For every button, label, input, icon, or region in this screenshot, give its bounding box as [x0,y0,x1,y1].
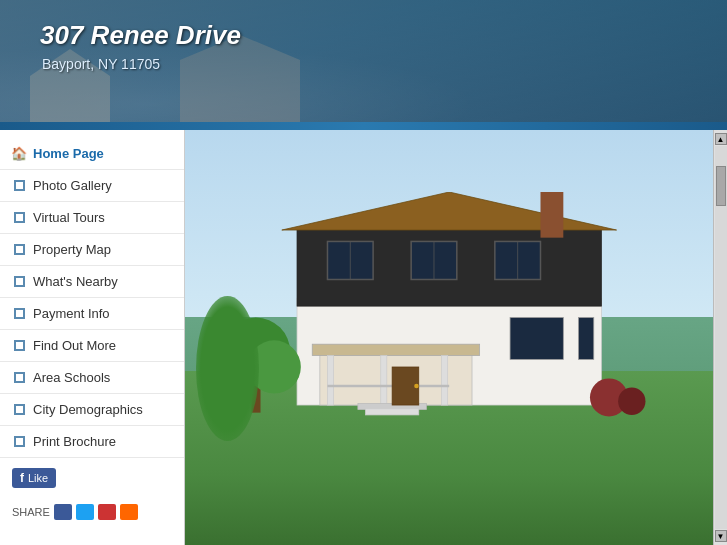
svg-rect-15 [381,356,387,405]
sidebar-item-area-schools[interactable]: Area Schools [0,362,184,394]
square-icon-photo [12,179,26,193]
sidebar-label-virtual-tours: Virtual Tours [33,210,105,225]
scroll-up-button[interactable]: ▲ [715,133,727,145]
scroll-track[interactable] [715,146,727,529]
square-icon-payment [12,307,26,321]
sidebar: 🏠 Home Page Photo Gallery Virtual Tours … [0,130,185,545]
svg-marker-2 [282,192,617,230]
svg-rect-14 [327,356,333,405]
svg-rect-13 [312,344,479,355]
sidebar-item-property-map[interactable]: Property Map [0,234,184,266]
house-svg [238,192,660,420]
sidebar-item-print-brochure[interactable]: Print Brochure [0,426,184,458]
property-image [185,130,713,545]
sidebar-label-property-map: Property Map [33,242,111,257]
svg-rect-10 [510,318,563,360]
svg-rect-18 [365,409,418,415]
twitter-share-icon[interactable] [76,504,94,520]
svg-point-24 [618,388,645,415]
svg-rect-11 [578,318,593,360]
facebook-f-icon: f [20,471,24,485]
social-share-area: SHARE [0,498,184,526]
square-icon-demographics [12,403,26,417]
svg-rect-16 [441,356,447,405]
square-icon-tours [12,211,26,225]
square-icon-brochure [12,435,26,449]
sidebar-label-payment-info: Payment Info [33,306,110,321]
content-area [185,130,713,545]
sidebar-item-photo-gallery[interactable]: Photo Gallery [0,170,184,202]
sidebar-item-home-page[interactable]: 🏠 Home Page [0,138,184,170]
sidebar-label-print-brochure: Print Brochure [33,434,116,449]
property-title: 307 Renee Drive [40,20,241,51]
sidebar-item-city-demographics[interactable]: City Demographics [0,394,184,426]
square-icon-nearby [12,275,26,289]
sidebar-label-photo-gallery: Photo Gallery [33,178,112,193]
hero-bar [0,122,727,130]
foliage-overlay [196,296,259,441]
sidebar-item-find-out-more[interactable]: Find Out More [0,330,184,362]
square-icon-map [12,243,26,257]
svg-rect-3 [540,192,563,238]
square-icon-more [12,339,26,353]
scroll-down-button[interactable]: ▼ [715,530,727,542]
sidebar-label-whats-nearby: What's Nearby [33,274,118,289]
social-like-area: f Like [0,458,184,498]
property-address: Bayport, NY 11705 [42,56,160,72]
hero-section: 307 Renee Drive Bayport, NY 11705 [0,0,727,130]
sidebar-item-whats-nearby[interactable]: What's Nearby [0,266,184,298]
main-layout: 🏠 Home Page Photo Gallery Virtual Tours … [0,130,727,545]
square-icon-schools [12,371,26,385]
sidebar-label-home-page: Home Page [33,146,104,161]
sidebar-item-virtual-tours[interactable]: Virtual Tours [0,202,184,234]
facebook-share-icon[interactable] [54,504,72,520]
sidebar-item-payment-info[interactable]: Payment Info [0,298,184,330]
facebook-like-button[interactable]: f Like [12,468,56,488]
scrollbar[interactable]: ▲ ▼ [713,130,727,545]
share-text: SHARE [12,506,50,518]
sidebar-label-city-demographics: City Demographics [33,402,143,417]
svg-point-26 [414,384,419,389]
scroll-thumb[interactable] [716,166,726,206]
sidebar-label-find-out-more: Find Out More [33,338,116,353]
sidebar-label-area-schools: Area Schools [33,370,110,385]
home-icon: 🏠 [12,147,26,161]
bookmark-share-icon[interactable] [120,504,138,520]
other-share-icon[interactable] [98,504,116,520]
like-label: Like [28,472,48,484]
